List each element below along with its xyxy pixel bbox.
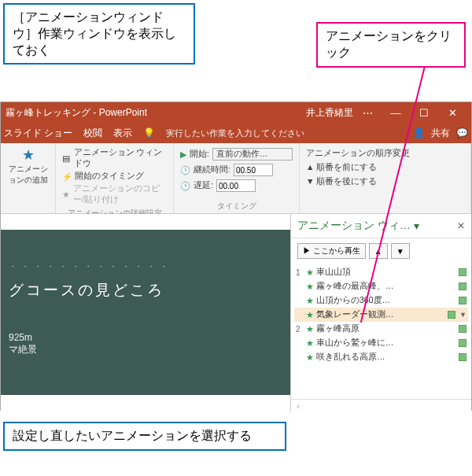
win-menu-icon[interactable]: ⋯ <box>353 107 382 119</box>
callout-click-anim: アニメーションをクリック <box>316 22 466 68</box>
start-value[interactable]: 直前の動作… <box>212 148 293 161</box>
grp-timing-title: タイミング <box>180 199 293 212</box>
play-from-button[interactable]: ▶ ここから再生 <box>297 243 366 259</box>
star-icon: ★ <box>306 338 314 349</box>
anim-bar <box>459 268 466 276</box>
slide-dots: ・・・・・・・・・・・・・ <box>9 261 275 272</box>
anim-item[interactable]: ★車山から鷲ヶ峰に… <box>294 336 468 350</box>
anim-text: 霧ヶ峰高原 <box>316 323 456 334</box>
anim-item[interactable]: ★霧ヶ峰の最高峰、… <box>294 279 468 293</box>
share-icon: 👤 <box>413 127 425 138</box>
start-label: 開始: <box>190 149 209 160</box>
slide-title: グコースの見どころ <box>9 280 275 301</box>
chevron-down-icon[interactable]: ▼ <box>459 311 466 319</box>
clock-icon: 🕒 <box>180 165 190 175</box>
slide-sub1: 925m <box>9 332 275 343</box>
comments-icon[interactable]: 💬 <box>456 127 468 138</box>
play-small-icon: ▶ <box>303 246 313 255</box>
pane-icon: ▤ <box>62 153 71 163</box>
anim-bar <box>459 297 466 304</box>
anim-item[interactable]: 2★霧ヶ峰高原 <box>294 322 468 336</box>
anim-bar <box>459 325 466 333</box>
close-icon[interactable]: ✕ <box>438 107 466 119</box>
anim-item[interactable]: 1★車山山頂 <box>294 265 468 279</box>
tab-view[interactable]: 表示 <box>113 127 132 140</box>
anim-pane-button[interactable]: ▤アニメーション ウィンドウ <box>62 147 167 169</box>
slide-sub2: マ絶景 <box>9 343 275 356</box>
down-icon: ▼ <box>306 176 316 186</box>
star-icon: ★ <box>306 310 314 320</box>
move-earlier-button[interactable]: ▲ 順番を前にする <box>306 162 464 173</box>
anim-bar <box>459 339 466 347</box>
star-icon: ★ <box>306 282 314 292</box>
anim-pane-title: アニメーション ウィ… <box>297 219 411 233</box>
anim-text: 山頂からの360度… <box>316 295 456 306</box>
anim-bar <box>448 311 455 319</box>
up-icon: ▲ <box>306 162 316 172</box>
ribbon: ★ アニメーションの追加 ▤アニメーション ウィンドウ ⚡開始のタイミング ★ア… <box>1 143 471 214</box>
delay-icon: 🕒 <box>180 181 190 191</box>
slide-canvas[interactable]: ・・・・・・・・・・・・・ グコースの見どころ 925m マ絶景 <box>1 214 290 411</box>
play-icon: ▶ <box>180 149 186 159</box>
tell-me[interactable]: 実行したい作業を入力してください <box>166 127 304 139</box>
star-icon: ★ <box>306 296 314 306</box>
pane-dropdown-icon[interactable]: ▾ <box>414 220 419 232</box>
pane-footer: ⬨ <box>291 399 471 411</box>
star-icon: ★ <box>306 324 314 334</box>
anim-text: 気象レーダー観測… <box>316 309 445 320</box>
painter-icon: ★ <box>62 190 70 199</box>
star-icon: ★ <box>306 268 314 278</box>
callout-show-pane: ［アニメーションウィンドウ］作業ウィンドウを表示しておく <box>3 3 195 65</box>
move-later-button[interactable]: ▼ 順番を後にする <box>306 176 464 187</box>
duration-label: 継続時間: <box>194 164 230 175</box>
doc-title: 霧ヶ峰トレッキング - PowerPoint <box>6 106 147 120</box>
titlebar: 霧ヶ峰トレッキング - PowerPoint 井上香緒里 ⋯ — ☐ ✕ <box>1 102 471 123</box>
user-name: 井上香緒里 <box>306 106 353 120</box>
anim-item[interactable]: ★気象レーダー観測…▼ <box>294 308 468 322</box>
anim-text: 車山から鷲ヶ峰に… <box>316 338 456 349</box>
trigger-button[interactable]: ⚡開始のタイミング <box>62 171 167 182</box>
star-icon: ★ <box>306 352 314 363</box>
trigger-icon: ⚡ <box>62 172 72 182</box>
tab-slideshow[interactable]: スライド ショー <box>4 127 72 140</box>
add-animation-icon[interactable]: ★ <box>7 146 49 164</box>
anim-item[interactable]: ★咲き乱れる高原… <box>294 350 468 364</box>
reorder-label: アニメーションの順序変更 <box>306 148 464 159</box>
anim-text: 霧ヶ峰の最高峰、… <box>316 281 456 292</box>
minimize-icon[interactable]: — <box>382 107 410 119</box>
anim-seq: 2 <box>296 325 304 334</box>
anim-item[interactable]: ★山頂からの360度… <box>294 293 468 308</box>
powerpoint-window: 霧ヶ峰トレッキング - PowerPoint 井上香緒里 ⋯ — ☐ ✕ スライ… <box>0 101 472 411</box>
delay-input[interactable] <box>216 179 256 192</box>
tab-review[interactable]: 校閲 <box>83 127 102 140</box>
anim-painter-button: ★アニメーションのコピー/貼り付け <box>62 183 167 205</box>
share-button[interactable]: 共有 <box>431 127 450 140</box>
duration-input[interactable] <box>234 164 273 176</box>
callout-select-anim: 設定し直したいアニメーションを選択する <box>3 422 286 451</box>
anim-bar <box>459 353 466 361</box>
anim-list: 1★車山山頂★霧ヶ峰の最高峰、…★山頂からの360度…★気象レーダー観測…▼2★… <box>291 264 471 399</box>
add-animation-label: アニメーションの追加 <box>7 164 49 186</box>
move-down-button[interactable]: ▼ <box>391 243 410 259</box>
delay-label: 遅延: <box>194 180 213 191</box>
lightbulb-icon: 💡 <box>143 127 155 138</box>
anim-seq: 1 <box>296 268 304 277</box>
pane-close-icon[interactable]: ✕ <box>457 220 465 231</box>
anim-bar <box>459 282 466 290</box>
anim-text: 車山山頂 <box>316 267 456 278</box>
ribbon-tabs: スライド ショー 校閲 表示 💡 実行したい作業を入力してください 👤 共有 💬 <box>1 123 471 143</box>
anim-text: 咲き乱れる高原… <box>316 352 456 363</box>
